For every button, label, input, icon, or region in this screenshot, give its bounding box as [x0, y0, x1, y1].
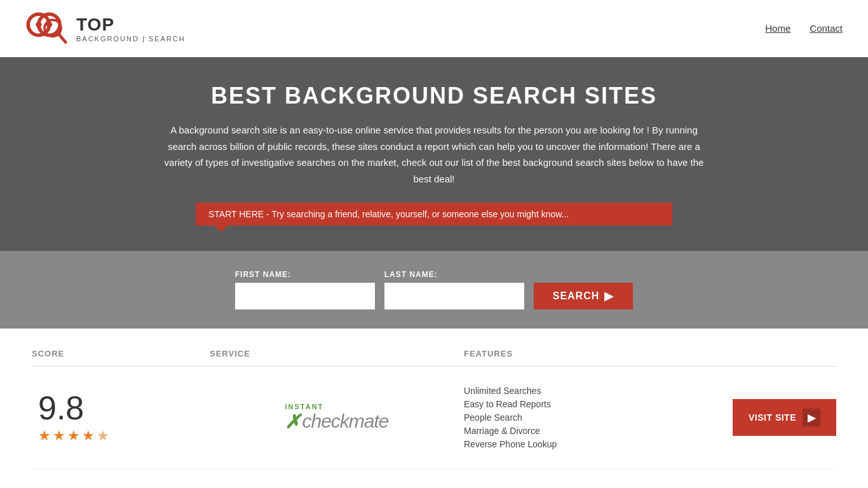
star-1: ★ — [38, 428, 51, 444]
logo-top-text: TOP — [76, 15, 186, 35]
svg-point-4 — [36, 22, 41, 27]
site-header: TOP BACKGROUND | SEARCH Home Contact — [0, 0, 868, 57]
nav-home[interactable]: Home — [765, 23, 790, 34]
search-callout: START HERE - Try searching a friend, rel… — [196, 203, 672, 226]
table-row: 9.8 ★ ★ ★ ★ ★ INSTANT ✗ checkmate — [32, 367, 836, 469]
logo-text: TOP BACKGROUND | SEARCH — [76, 15, 186, 43]
first-name-input[interactable] — [235, 283, 375, 309]
main-nav: Home Contact — [765, 23, 843, 34]
last-name-input[interactable] — [384, 283, 524, 309]
features-cell-1: Unlimited Searches Easy to Read Reports … — [464, 386, 557, 449]
features-header: FEATURES — [464, 349, 836, 358]
first-name-group: FIRST NAME: — [235, 270, 375, 309]
feature-1-5: Reverse Phone Lookup — [464, 439, 557, 449]
results-table: SCORE SERVICE FEATURES 9.8 ★ ★ ★ ★ ★ INS… — [0, 329, 868, 488]
star-3: ★ — [67, 428, 80, 444]
checkmate-instant-label: INSTANT — [285, 403, 323, 410]
service-cell-1: INSTANT ✗ checkmate — [210, 403, 464, 433]
logo-sub-text: BACKGROUND | SEARCH — [76, 35, 186, 43]
page-title: BEST BACKGROUND SEARCH SITES — [13, 83, 855, 109]
hero-description: A background search site is an easy-to-u… — [161, 122, 707, 187]
last-name-label: LAST NAME: — [384, 270, 524, 279]
last-name-group: LAST NAME: — [384, 270, 524, 309]
search-button-arrow-icon: ▶ — [604, 289, 614, 303]
first-name-label: FIRST NAME: — [235, 270, 375, 279]
nav-contact[interactable]: Contact — [810, 23, 843, 34]
table-row: 9.4 ★ ★ ★ ★ ★ People Looker Accurate and… — [32, 469, 836, 488]
score-header: SCORE — [32, 349, 210, 358]
feature-1-1: Unlimited Searches — [464, 386, 557, 396]
table-header: SCORE SERVICE FEATURES — [32, 341, 836, 367]
visit-arrow-icon-1: ▶ — [803, 409, 820, 426]
features-visit-cell-1: Unlimited Searches Easy to Read Reports … — [464, 386, 836, 449]
star-5-half: ★ — [97, 428, 109, 444]
stars-1: ★ ★ ★ ★ ★ — [38, 428, 109, 444]
star-4: ★ — [82, 428, 95, 444]
search-form: FIRST NAME: LAST NAME: SEARCH ▶ — [13, 270, 855, 309]
logo-icon — [25, 8, 73, 49]
checkmate-text: checkmate — [302, 410, 388, 432]
service-header: SERVICE — [210, 349, 464, 358]
checkmate-x-icon: ✗ — [285, 410, 301, 433]
feature-1-2: Easy to Read Reports — [464, 399, 557, 409]
logo: TOP BACKGROUND | SEARCH — [25, 8, 186, 49]
score-value-1: 9.8 — [38, 391, 84, 424]
svg-line-3 — [58, 34, 65, 42]
score-cell-1: 9.8 ★ ★ ★ ★ ★ — [32, 391, 210, 444]
feature-1-3: People Search — [464, 412, 557, 423]
hero-section: BEST BACKGROUND SEARCH SITES A backgroun… — [0, 57, 868, 251]
svg-point-5 — [46, 22, 52, 27]
search-form-container: FIRST NAME: LAST NAME: SEARCH ▶ — [0, 251, 868, 329]
star-2: ★ — [53, 428, 65, 444]
feature-1-4: Marriage & Divorce — [464, 426, 557, 436]
search-button[interactable]: SEARCH ▶ — [534, 283, 634, 309]
checkmate-name: ✗ checkmate — [285, 410, 388, 433]
visit-site-button-1[interactable]: VISIT SITE ▶ — [733, 399, 836, 436]
checkmate-logo: INSTANT ✗ checkmate — [285, 403, 388, 433]
